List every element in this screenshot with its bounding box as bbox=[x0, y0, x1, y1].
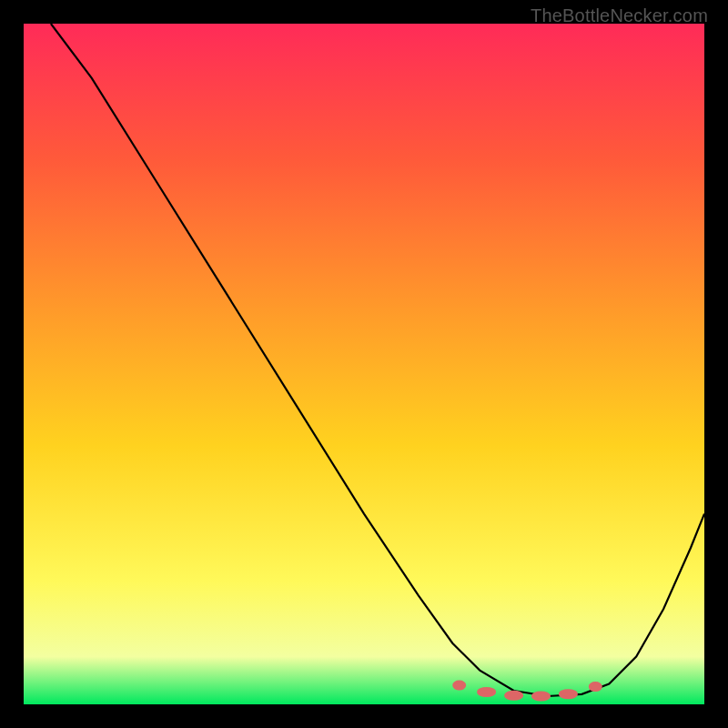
chart-root: TheBottleNecker.com bbox=[0, 0, 728, 728]
background-gradient bbox=[24, 24, 704, 704]
plot-area bbox=[24, 24, 704, 704]
svg-rect-0 bbox=[24, 24, 704, 704]
